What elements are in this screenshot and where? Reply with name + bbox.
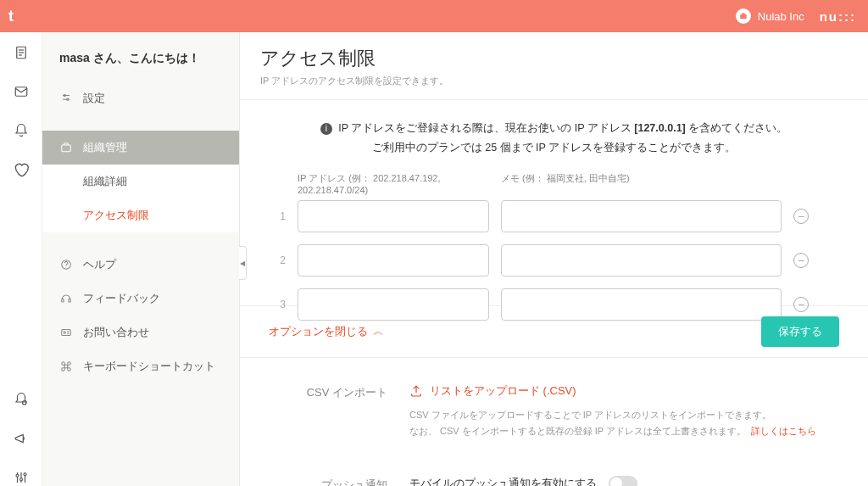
row-number: 2: [274, 254, 286, 266]
ip-input[interactable]: [298, 244, 489, 277]
ip-row: 3 −: [274, 288, 809, 321]
upload-icon: [409, 384, 423, 398]
remove-row-button[interactable]: −: [793, 297, 809, 312]
document-icon[interactable]: [13, 44, 30, 61]
save-button[interactable]: 保存する: [761, 316, 839, 347]
briefcase-icon: [736, 8, 751, 24]
options-panel: CSV インポート リストをアップロード (.CSV) CSV ファイルをアップ…: [240, 358, 868, 486]
brand-logo-icon[interactable]: t: [8, 8, 14, 25]
megaphone-icon[interactable]: [13, 430, 30, 447]
svg-point-10: [19, 478, 22, 481]
sidebar-item-contact[interactable]: お問い合わせ: [42, 316, 239, 349]
page-header: アクセス制限 IP アドレスのアクセス制限を設定できます。: [240, 32, 868, 100]
chevron-up-icon: ︿: [373, 324, 384, 339]
sidebar-item-feedback[interactable]: フィードバック: [42, 282, 239, 316]
csv-upload-link[interactable]: リストをアップロード (.CSV): [409, 383, 576, 399]
mail-icon[interactable]: [13, 83, 30, 100]
row-number: 3: [274, 299, 286, 310]
push-label: プッシュ通知: [274, 476, 409, 486]
bell-settings-icon[interactable]: [13, 391, 30, 408]
ip-column-label: IP アドレス (例： 202.218.47.192, 202.218.47.0…: [298, 172, 489, 195]
push-title: モバイルのプッシュ通知を有効にする: [409, 476, 597, 486]
csv-more-link[interactable]: 詳しくはこちら: [751, 426, 816, 436]
sidebar: masa さん、こんにちは！ 設定 組織管理 組織詳細 アクセス制限 ヘルプ フ…: [42, 32, 240, 486]
remove-row-button[interactable]: −: [793, 209, 809, 224]
svg-rect-17: [62, 145, 71, 152]
svg-point-8: [16, 474, 19, 477]
svg-point-12: [24, 473, 26, 476]
org-switcher[interactable]: Nulab Inc: [736, 8, 804, 24]
csv-import-section: CSV インポート リストをアップロード (.CSV) CSV ファイルをアップ…: [274, 383, 834, 439]
left-rail: [0, 32, 42, 486]
svg-rect-5: [15, 87, 27, 97]
svg-point-6: [22, 401, 26, 405]
sidebar-label: ヘルプ: [83, 257, 116, 272]
nulab-logo-icon[interactable]: nu:::: [820, 9, 856, 24]
svg-rect-20: [62, 299, 64, 303]
briefcase-icon: [59, 141, 73, 154]
card-icon: [59, 326, 73, 339]
sidebar-label: フィードバック: [83, 291, 160, 306]
sliders-icon[interactable]: [13, 469, 30, 486]
page-subtitle: IP アドレスのアクセス制限を設定できます。: [260, 75, 848, 87]
push-notification-section: プッシュ通知 モバイルのプッシュ通知を有効にする 組織のユーザーへのモバイルのプ…: [274, 476, 834, 486]
memo-input[interactable]: [501, 200, 782, 232]
page-title: アクセス制限: [260, 46, 848, 71]
command-icon: [59, 360, 73, 373]
main-content: アクセス制限 IP アドレスのアクセス制限を設定できます。 i IP アドレスを…: [240, 32, 868, 486]
memo-column-label: メモ (例： 福岡支社, 田中自宅): [501, 172, 630, 195]
toggle-options-link[interactable]: オプションを閉じる ︿: [269, 324, 384, 339]
current-ip: [127.0.0.1]: [634, 122, 685, 134]
sidebar-item-help[interactable]: ヘルプ: [42, 248, 239, 282]
svg-rect-21: [69, 299, 70, 303]
svg-point-23: [64, 332, 65, 333]
svg-rect-0: [740, 14, 747, 19]
ip-row: 1 −: [274, 200, 809, 232]
help-icon: [59, 258, 73, 271]
memo-input[interactable]: [501, 288, 782, 321]
sidebar-label: キーボードショートカット: [83, 359, 215, 374]
sidebar-subitem-access[interactable]: アクセス制限: [42, 198, 239, 232]
settings-icon: [59, 92, 73, 105]
info-icon: i: [320, 123, 332, 135]
sidebar-subitem-org-detail[interactable]: 組織詳細: [42, 165, 239, 198]
topbar: t Nulab Inc nu:::: [0, 0, 868, 32]
sidebar-label: 設定: [83, 91, 105, 106]
info-message: i IP アドレスをご登録される際は、現在お使いの IP アドレス [127.0…: [240, 100, 868, 172]
ip-form: IP アドレス (例： 202.218.47.192, 202.218.47.0…: [240, 172, 868, 321]
push-toggle-switch[interactable]: [609, 476, 637, 486]
headset-icon: [59, 292, 73, 305]
csv-import-label: CSV インポート: [274, 383, 409, 439]
org-name: Nulab Inc: [758, 10, 804, 23]
heart-icon[interactable]: [13, 161, 30, 178]
svg-rect-22: [62, 330, 71, 336]
sidebar-item-settings[interactable]: 設定: [42, 81, 239, 115]
sidebar-item-org-management[interactable]: 組織管理: [42, 131, 239, 165]
greeting: masa さん、こんにちは！: [42, 32, 239, 81]
bell-icon[interactable]: [13, 122, 30, 139]
ip-input[interactable]: [298, 288, 489, 321]
sidebar-label: お問い合わせ: [83, 325, 149, 340]
sidebar-item-shortcut[interactable]: キーボードショートカット: [42, 349, 239, 383]
ip-row: 2 −: [274, 244, 809, 277]
remove-row-button[interactable]: −: [793, 253, 809, 268]
sidebar-label: 組織管理: [83, 140, 127, 155]
memo-input[interactable]: [501, 244, 782, 277]
ip-input[interactable]: [298, 200, 489, 232]
row-number: 1: [274, 210, 286, 222]
